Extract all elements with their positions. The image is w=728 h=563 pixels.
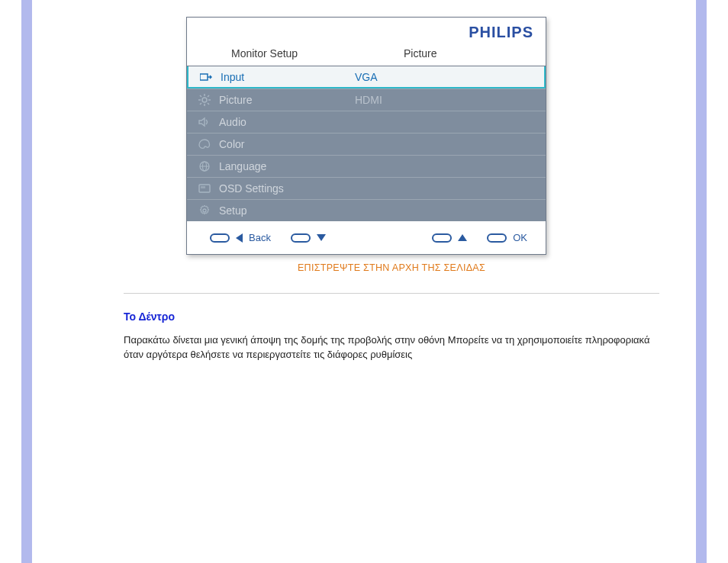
menu-item-picture[interactable]: Picture xyxy=(187,88,340,111)
osd-menu-column: Input Picture Audio xyxy=(187,66,340,221)
menu-item-label: OSD Settings xyxy=(219,182,284,195)
submenu-item-hdmi[interactable]: HDMI xyxy=(340,88,546,111)
ok-label: OK xyxy=(513,232,527,243)
submenu-item-label: HDMI xyxy=(355,94,382,106)
gear-icon xyxy=(198,204,211,217)
menu-item-osd-settings[interactable]: OSD Settings xyxy=(187,177,340,199)
speaker-icon xyxy=(198,115,211,129)
section-divider xyxy=(124,293,659,294)
globe-icon xyxy=(198,159,211,173)
page-left-rail xyxy=(21,0,32,563)
button-pill-icon xyxy=(291,233,311,243)
submenu-item-empty xyxy=(340,177,546,199)
menu-item-input[interactable]: Input xyxy=(187,66,340,88)
brand-logo: PHILIPS xyxy=(187,18,546,44)
osd-down-button[interactable] xyxy=(291,233,326,243)
submenu-item-empty xyxy=(340,155,546,177)
menu-item-label: Audio xyxy=(219,116,246,128)
back-label: Back xyxy=(249,232,271,243)
page-right-rail xyxy=(696,0,707,563)
brand-text: PHILIPS xyxy=(469,24,533,40)
submenu-item-empty xyxy=(340,199,546,221)
palette-icon xyxy=(198,137,211,151)
osd-submenu-column: VGA HDMI xyxy=(340,66,546,221)
svg-rect-0 xyxy=(200,74,208,80)
menu-item-language[interactable]: Language xyxy=(187,155,340,177)
svg-point-15 xyxy=(203,209,206,212)
menu-item-audio[interactable]: Audio xyxy=(187,111,340,133)
svg-line-6 xyxy=(200,95,201,97)
svg-rect-14 xyxy=(201,186,205,188)
button-pill-icon xyxy=(432,233,452,243)
osd-right-header: Picture xyxy=(384,47,546,60)
osd-ok-button[interactable]: OK xyxy=(487,232,527,243)
osd-footer: Back OK xyxy=(187,221,546,254)
submenu-item-empty xyxy=(340,133,546,155)
osd-back-button[interactable]: Back xyxy=(210,232,271,243)
menu-item-label: Input xyxy=(221,71,244,83)
submenu-item-empty xyxy=(340,111,546,133)
osd-panel: PHILIPS Monitor Setup Picture Input Pict… xyxy=(186,17,546,255)
section-title: Το Δέντρο xyxy=(124,310,659,323)
svg-point-1 xyxy=(202,98,207,102)
arrow-down-icon xyxy=(317,234,326,241)
osd-up-button[interactable] xyxy=(432,233,467,243)
back-to-top-link[interactable]: ΕΠΙΣΤΡΕΨΤΕ ΣΤΗΝ ΑΡΧΗ ΤΗΣ ΣΕΛΙΔΑΣ xyxy=(298,262,485,273)
section-paragraph: Παρακάτω δίνεται μια γενική άποψη της δο… xyxy=(124,333,659,362)
osd-left-header: Monitor Setup xyxy=(187,47,384,60)
menu-item-label: Language xyxy=(219,160,266,172)
submenu-item-label: VGA xyxy=(355,71,378,83)
menu-item-setup[interactable]: Setup xyxy=(187,199,340,221)
arrow-up-icon xyxy=(458,234,467,241)
svg-line-7 xyxy=(208,103,209,105)
arrow-left-icon xyxy=(236,233,243,243)
input-icon xyxy=(199,70,213,84)
svg-line-8 xyxy=(208,95,209,97)
button-pill-icon xyxy=(210,233,230,243)
menu-item-label: Color xyxy=(219,138,244,150)
submenu-item-vga[interactable]: VGA xyxy=(340,66,546,88)
menu-item-label: Picture xyxy=(219,94,253,106)
svg-line-9 xyxy=(200,103,201,105)
osd-icon xyxy=(198,182,211,195)
brightness-icon xyxy=(198,93,211,107)
menu-item-color[interactable]: Color xyxy=(187,133,340,155)
menu-item-label: Setup xyxy=(219,204,247,217)
button-pill-icon xyxy=(487,233,507,243)
